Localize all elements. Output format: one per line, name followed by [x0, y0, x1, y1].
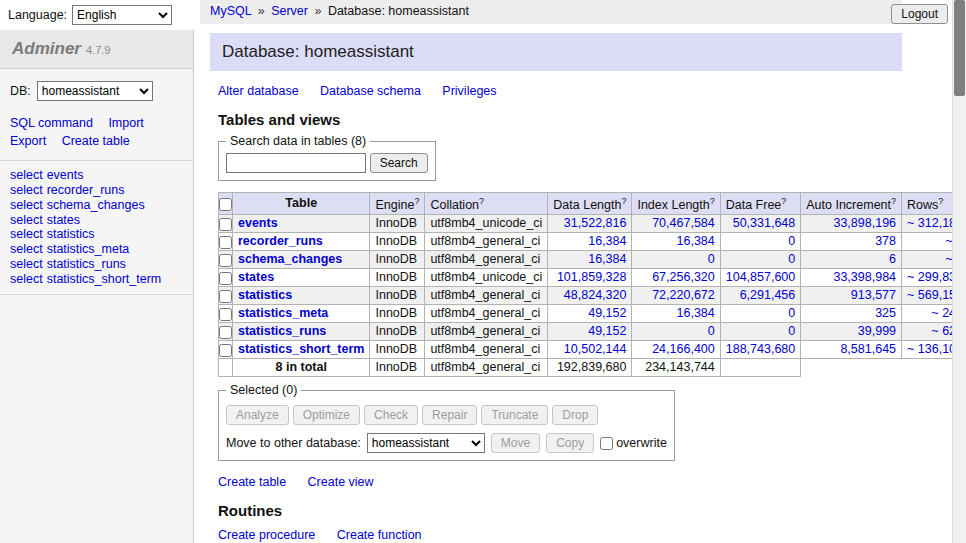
sidebar-link-import[interactable]: Import	[108, 116, 143, 130]
create-procedure-link[interactable]: Create procedure	[218, 528, 315, 542]
table-name-link[interactable]: recorder_runs	[238, 234, 323, 248]
index-length-link[interactable]: 0	[708, 324, 715, 338]
row-checkbox[interactable]	[219, 272, 232, 285]
select-all-checkbox[interactable]	[219, 198, 232, 211]
index-length-link[interactable]: 16,384	[677, 234, 715, 248]
index-length-link[interactable]: 72,220,672	[652, 288, 715, 302]
sidebar-select-link[interactable]: select	[10, 257, 43, 271]
data-free-link[interactable]: 50,331,648	[733, 216, 796, 230]
data-length-link[interactable]: 10,502,144	[564, 342, 627, 356]
sidebar-link-create-table[interactable]: Create table	[62, 134, 130, 148]
row-checkbox[interactable]	[219, 308, 232, 321]
table-name-link[interactable]: states	[238, 270, 274, 284]
alter-database-link[interactable]: Alter database	[218, 84, 299, 98]
data-free-link[interactable]: 6,291,456	[740, 288, 796, 302]
auto-increment-link[interactable]: 325	[875, 306, 896, 320]
selected-action-button[interactable]: Repair	[422, 405, 477, 425]
search-button[interactable]: Search	[370, 153, 428, 173]
move-button[interactable]: Move	[491, 433, 540, 453]
language-select[interactable]: English	[72, 5, 172, 25]
language-bar: Language: English	[8, 5, 172, 25]
sidebar-select-link[interactable]: select	[10, 168, 43, 182]
sidebar-table-link[interactable]: statistics_short_term	[47, 272, 162, 286]
sidebar-table-link[interactable]: statistics	[47, 227, 95, 241]
db-select[interactable]: homeassistant	[37, 81, 153, 101]
move-database-select[interactable]: homeassistant	[367, 433, 485, 453]
data-free-link[interactable]: 0	[788, 324, 795, 338]
row-checkbox[interactable]	[219, 236, 232, 249]
selected-action-button[interactable]: Drop	[552, 405, 598, 425]
breadcrumb-server-link[interactable]: Server	[271, 4, 308, 18]
create-view-link[interactable]: Create view	[308, 475, 374, 489]
db-label: DB:	[10, 84, 31, 98]
data-length-link[interactable]: 101,859,328	[557, 270, 627, 284]
database-schema-link[interactable]: Database schema	[320, 84, 421, 98]
data-free-link[interactable]: 104,857,600	[726, 270, 796, 284]
logout-button[interactable]: Logout	[891, 4, 948, 24]
table-name-link[interactable]: statistics_short_term	[238, 342, 364, 356]
copy-button[interactable]: Copy	[546, 433, 594, 453]
search-input[interactable]	[226, 153, 366, 173]
sidebar-table-link[interactable]: events	[47, 168, 84, 182]
table-name-link[interactable]: statistics	[238, 288, 292, 302]
table-name-link[interactable]: statistics_runs	[238, 324, 326, 338]
sidebar-table-link[interactable]: statistics_meta	[47, 242, 130, 256]
sidebar-table-item: selectrecorder_runs	[10, 183, 183, 198]
table-name-link[interactable]: statistics_meta	[238, 306, 328, 320]
data-length-link[interactable]: 49,152	[588, 306, 626, 320]
data-free-link[interactable]: 0	[788, 234, 795, 248]
sidebar-select-link[interactable]: select	[10, 272, 43, 286]
selected-action-button[interactable]: Optimize	[293, 405, 360, 425]
database-links: Alter database Database schema Privilege…	[218, 84, 902, 98]
breadcrumb-mysql-link[interactable]: MySQL	[210, 4, 251, 18]
sidebar-select-link[interactable]: select	[10, 227, 43, 241]
index-length-link[interactable]: 67,256,320	[652, 270, 715, 284]
table-name-link[interactable]: events	[238, 216, 278, 230]
sidebar-select-link[interactable]: select	[10, 213, 43, 227]
auto-increment-link[interactable]: 378	[875, 234, 896, 248]
index-length-link[interactable]: 70,467,584	[652, 216, 715, 230]
data-length-link[interactable]: 48,824,320	[564, 288, 627, 302]
index-length-link[interactable]: 24,166,400	[652, 342, 715, 356]
sidebar-table-link[interactable]: schema_changes	[47, 198, 145, 212]
table-name-link[interactable]: schema_changes	[238, 252, 342, 266]
index-length-link[interactable]: 16,384	[677, 306, 715, 320]
selected-action-button[interactable]: Truncate	[481, 405, 548, 425]
index-length-link[interactable]: 0	[708, 252, 715, 266]
selected-action-button[interactable]: Check	[364, 405, 418, 425]
data-length-link[interactable]: 16,384	[588, 234, 626, 248]
scrollbar-thumb[interactable]	[954, 0, 965, 96]
data-length-link[interactable]: 31,522,816	[564, 216, 627, 230]
overwrite-checkbox[interactable]	[600, 437, 613, 450]
row-checkbox[interactable]	[219, 290, 232, 303]
data-free-link[interactable]: 188,743,680	[726, 342, 796, 356]
sidebar-link-export[interactable]: Export	[10, 134, 46, 148]
row-checkbox[interactable]	[219, 254, 232, 267]
create-table-link[interactable]: Create table	[218, 475, 286, 489]
engine-cell: InnoDB	[370, 287, 425, 305]
auto-increment-link[interactable]: 913,577	[851, 288, 896, 302]
auto-increment-link[interactable]: 39,999	[858, 324, 896, 338]
sidebar-table-link[interactable]: statistics_runs	[47, 257, 126, 271]
data-length-link[interactable]: 16,384	[588, 252, 626, 266]
auto-increment-link[interactable]: 33,398,984	[833, 270, 896, 284]
selected-action-button[interactable]: Analyze	[226, 405, 289, 425]
sidebar-select-link[interactable]: select	[10, 198, 43, 212]
create-function-link[interactable]: Create function	[337, 528, 422, 542]
data-free-link[interactable]: 0	[788, 306, 795, 320]
vertical-scrollbar[interactable]	[952, 0, 966, 543]
auto-increment-link[interactable]: 33,898,196	[833, 216, 896, 230]
row-checkbox[interactable]	[219, 344, 232, 357]
auto-increment-link[interactable]: 6	[889, 252, 896, 266]
sidebar-link-sql-command[interactable]: SQL command	[10, 116, 93, 130]
sidebar-table-link[interactable]: recorder_runs	[47, 183, 125, 197]
row-checkbox[interactable]	[219, 218, 232, 231]
data-length-link[interactable]: 49,152	[588, 324, 626, 338]
auto-increment-link[interactable]: 8,581,645	[840, 342, 896, 356]
row-checkbox[interactable]	[219, 326, 232, 339]
data-free-link[interactable]: 0	[788, 252, 795, 266]
sidebar-select-link[interactable]: select	[10, 242, 43, 256]
sidebar-table-link[interactable]: states	[47, 213, 80, 227]
sidebar-select-link[interactable]: select	[10, 183, 43, 197]
privileges-link[interactable]: Privileges	[442, 84, 496, 98]
